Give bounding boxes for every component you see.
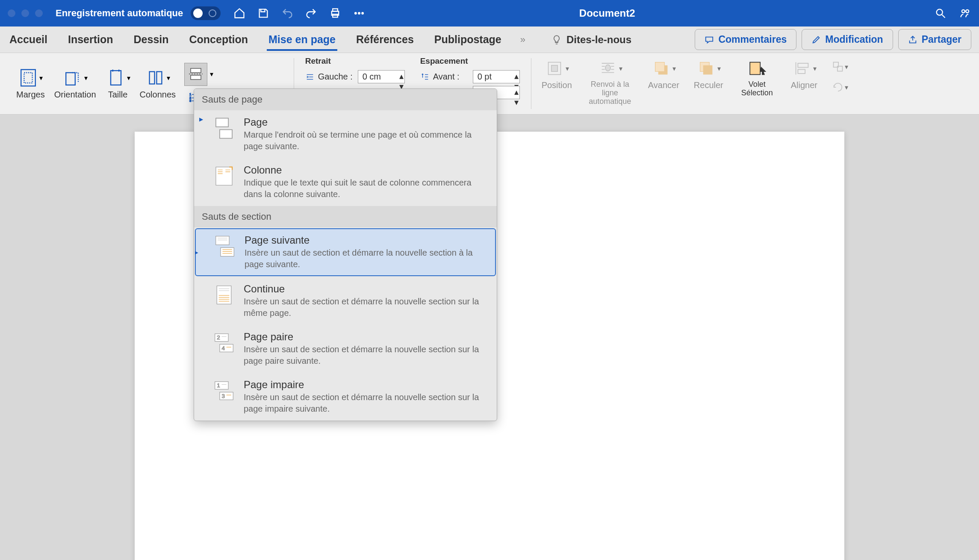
spacing-before-icon xyxy=(420,72,430,82)
tab-conception[interactable]: Conception xyxy=(188,28,250,51)
svg-rect-10 xyxy=(21,70,36,86)
svg-rect-17 xyxy=(191,75,201,80)
chevron-down-icon: ▾ xyxy=(813,65,817,73)
edit-button[interactable]: Modification xyxy=(802,29,893,50)
svg-point-6 xyxy=(937,9,943,15)
search-icon[interactable] xyxy=(935,7,947,19)
margins-button[interactable]: ▾ Marges xyxy=(13,66,48,101)
indicator-icon: ▶ xyxy=(199,116,204,122)
column-break-icon xyxy=(212,164,236,188)
menu-section-section-breaks: Sauts de section xyxy=(194,206,497,227)
tab-references[interactable]: Références xyxy=(354,28,416,51)
indent-left-input[interactable]: 0 cm ▴▾ xyxy=(358,70,405,83)
selection-pane-button[interactable]: Volet Sélection xyxy=(734,56,780,111)
backward-label: Reculer xyxy=(694,80,723,90)
align-button[interactable]: ▾ Aligner xyxy=(787,56,821,111)
svg-rect-55 xyxy=(216,236,229,245)
svg-rect-44 xyxy=(798,69,805,74)
svg-point-8 xyxy=(962,10,965,13)
separator xyxy=(531,58,531,109)
breaks-button[interactable]: ▾ xyxy=(184,63,285,86)
rotate-icon xyxy=(832,81,844,93)
comments-button[interactable]: Commentaires xyxy=(695,29,796,50)
align-label: Aligner xyxy=(791,80,817,90)
svg-rect-43 xyxy=(798,63,808,68)
svg-rect-13 xyxy=(111,71,121,85)
tab-mise-en-page[interactable]: Mise en page xyxy=(267,28,337,51)
rotate-button[interactable]: ▾ xyxy=(832,81,848,93)
autosave-label: Enregistrement automatique xyxy=(56,8,183,19)
svg-text:1: 1 xyxy=(217,382,220,389)
svg-rect-14 xyxy=(149,72,154,84)
svg-point-9 xyxy=(966,10,969,13)
spacing-before-input[interactable]: 0 pt ▴▾ xyxy=(473,70,520,83)
svg-rect-16 xyxy=(191,68,201,73)
undo-icon[interactable] xyxy=(281,7,293,19)
spinner-up[interactable]: ▴ xyxy=(514,87,519,97)
share-icon xyxy=(908,35,917,44)
tab-dessin[interactable]: Dessin xyxy=(132,28,171,51)
svg-rect-47 xyxy=(216,118,228,127)
menu-item-next-page[interactable]: Page suivante Insère un saut de section … xyxy=(195,228,496,276)
svg-text:4: 4 xyxy=(221,345,225,351)
position-button[interactable]: ▾ Position xyxy=(538,56,575,111)
margins-label: Marges xyxy=(16,90,45,100)
home-icon[interactable] xyxy=(233,7,245,19)
tell-me-search[interactable]: Dites-le-nous xyxy=(551,34,631,46)
page-title: Page xyxy=(244,116,492,128)
chevron-down-icon: ▾ xyxy=(717,65,721,73)
continuous-desc: Insère un saut de section et démarre la … xyxy=(244,296,492,319)
svg-text:2: 2 xyxy=(217,334,220,341)
chevron-down-icon: ▾ xyxy=(845,83,848,91)
svg-rect-38 xyxy=(655,62,665,72)
minimize-window-button[interactable] xyxy=(21,9,29,17)
size-button[interactable]: ▾ Taille xyxy=(102,66,134,101)
menu-item-odd-page[interactable]: 13 Page impaire Insère un saut de sectio… xyxy=(194,373,497,421)
share-button[interactable]: Partager xyxy=(898,29,971,50)
maximize-window-button[interactable] xyxy=(35,9,43,17)
menu-item-column[interactable]: Colonne Indique que le texte qui suit le… xyxy=(194,158,497,206)
autosave-toggle[interactable] xyxy=(191,6,221,20)
next-page-icon xyxy=(213,234,237,258)
toggle-ring xyxy=(209,9,216,17)
spinner-up[interactable]: ▴ xyxy=(399,71,404,81)
svg-rect-11 xyxy=(24,73,32,83)
svg-rect-41 xyxy=(750,62,760,75)
send-backward-button[interactable]: ▾ Reculer xyxy=(690,56,727,111)
close-window-button[interactable] xyxy=(8,9,15,17)
page-desc: Marque l'endroit où se termine une page … xyxy=(244,129,492,152)
save-icon[interactable] xyxy=(257,7,269,19)
menu-item-even-page[interactable]: 24 Page paire Insère un saut de section … xyxy=(194,325,497,373)
svg-text:3: 3 xyxy=(189,99,192,102)
spinner-down[interactable]: ▾ xyxy=(514,97,519,107)
position-label: Position xyxy=(542,80,572,90)
chevron-down-icon: ▾ xyxy=(39,74,43,82)
group-button[interactable]: ▾ xyxy=(832,61,848,73)
chevron-down-icon: ▾ xyxy=(566,65,569,73)
arrange-group: ▾ Position ▾ Renvoi à la ligne automatiq… xyxy=(535,53,855,114)
svg-rect-15 xyxy=(156,72,162,84)
bring-forward-button[interactable]: ▾ Avancer xyxy=(645,56,683,111)
even-page-icon: 24 xyxy=(212,331,236,355)
lightbulb-icon xyxy=(551,34,562,45)
columns-button[interactable]: ▾ Colonnes xyxy=(136,66,180,101)
forward-label: Avancer xyxy=(648,80,679,90)
menu-item-page[interactable]: ▶ Page Marque l'endroit où se termine un… xyxy=(194,110,497,158)
menu-item-continuous[interactable]: Continue Insère un saut de section et dé… xyxy=(194,277,497,325)
even-page-desc: Insère un saut de section et démarre la … xyxy=(244,344,492,367)
share-people-icon[interactable] xyxy=(959,7,971,19)
continuous-icon xyxy=(212,283,236,307)
tab-publipostage[interactable]: Publipostage xyxy=(433,28,503,51)
chevron-down-icon: ▾ xyxy=(127,74,130,82)
group-icon xyxy=(832,61,844,73)
svg-rect-48 xyxy=(220,130,232,138)
columns-label: Colonnes xyxy=(140,90,176,100)
tab-accueil[interactable]: Accueil xyxy=(8,28,49,51)
orientation-button[interactable]: ▾ Orientation xyxy=(51,66,100,101)
wrap-text-button[interactable]: ▾ Renvoi à la ligne automatique xyxy=(583,56,637,111)
more-tabs-icon[interactable]: » xyxy=(520,34,525,45)
chevron-down-icon: ▾ xyxy=(210,70,213,78)
tab-insertion[interactable]: Insertion xyxy=(66,28,115,51)
spinner-up[interactable]: ▴ xyxy=(514,71,519,81)
svg-rect-58 xyxy=(221,248,234,256)
